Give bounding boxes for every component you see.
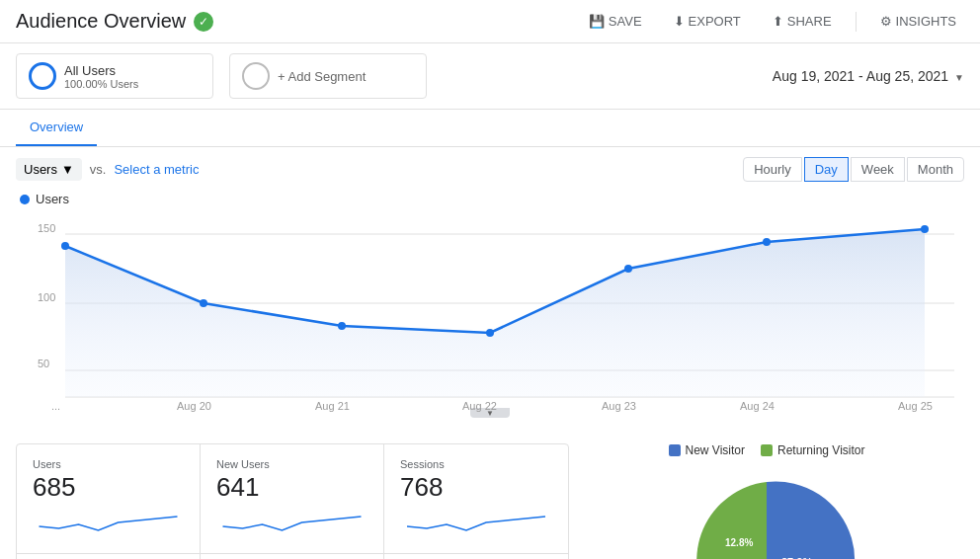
stat-new-users-value: 641 (216, 472, 368, 503)
data-point-4 (624, 265, 632, 273)
metric-label: Users (24, 162, 57, 177)
stats-section: Users 685 New Users 641 Sessions 768 Num… (0, 428, 980, 559)
header: Audience Overview 💾 SAVE ⬇ EXPORT ⬆ SHAR… (0, 0, 980, 43)
data-point-2 (338, 322, 346, 330)
x-label-aug22: Aug 22 (462, 400, 497, 412)
segment-name: All Users (64, 63, 138, 78)
stat-sessions-value: 768 (400, 472, 552, 503)
x-label-aug20: Aug 20 (177, 400, 211, 412)
pie-legend: New Visitor Returning Visitor (669, 443, 865, 457)
insights-button[interactable]: ⚙ INSIGHTS (872, 10, 964, 33)
y-label-150: 150 (38, 222, 55, 234)
month-button[interactable]: Month (907, 157, 964, 182)
x-label-aug23: Aug 23 (602, 400, 636, 412)
all-users-segment[interactable]: All Users 100.00% Users (16, 53, 213, 99)
pie-legend-returning-label: Returning Visitor (777, 443, 865, 457)
stats-grid: Users 685 New Users 641 Sessions 768 Num… (16, 443, 569, 559)
chart-container: 150 100 50 (16, 214, 964, 412)
chart-legend: Users (16, 192, 964, 206)
chevron-down-icon (954, 68, 964, 84)
header-right: 💾 SAVE ⬇ EXPORT ⬆ SHARE ⚙ INSIGHTS (581, 10, 964, 33)
verified-icon (194, 12, 213, 32)
select-metric-button[interactable]: Select a metric (114, 162, 199, 177)
date-range-text: Aug 19, 2021 - Aug 25, 2021 (773, 68, 948, 84)
segment-bar: All Users 100.00% Users + Add Segment Au… (0, 43, 980, 110)
save-button[interactable]: 💾 SAVE (581, 10, 650, 33)
vs-label: vs. (90, 162, 107, 177)
chart-fill (65, 229, 925, 397)
tab-bar: Overview (0, 110, 980, 147)
stat-sessions-per-user: Number of Sessions per User 1.12 (17, 554, 201, 559)
pie-returning-pct-label: 12.8% (725, 537, 753, 548)
y-label-100: 100 (38, 291, 55, 303)
stat-users-label: Users (33, 458, 184, 470)
y-label-50: 50 (38, 358, 49, 369)
data-point-5 (763, 238, 771, 246)
time-buttons: Hourly Day Week Month (743, 157, 964, 182)
stat-sessions: Sessions 768 (384, 444, 568, 554)
segment-circle (29, 62, 56, 90)
stat-pageviews: Pageviews 1,232 (201, 554, 384, 559)
sparkline-users (33, 507, 184, 536)
insights-icon: ⚙ (880, 14, 892, 29)
add-segment-circle (242, 62, 270, 90)
pie-container: 87.2% 12.8% (668, 467, 865, 559)
segment-pct: 100.00% Users (64, 78, 138, 90)
save-label: SAVE (609, 14, 642, 29)
stat-sessions-label: Sessions (400, 458, 552, 470)
dropdown-icon: ▼ (61, 162, 74, 177)
data-point-0 (61, 242, 69, 250)
pie-legend-returning-dot (761, 444, 773, 456)
x-label-aug24: Aug 24 (740, 400, 775, 412)
stat-users: Users 685 (17, 444, 201, 554)
stat-pages-per-session: Pages / Session 1.60 (384, 554, 568, 559)
metric-selector: Users ▼ vs. Select a metric (16, 158, 199, 181)
export-button[interactable]: ⬇ EXPORT (666, 10, 749, 33)
page-title: Audience Overview (16, 10, 186, 33)
pie-section: New Visitor Returning Visitor 87.2% (569, 443, 964, 559)
date-range-picker[interactable]: Aug 19, 2021 - Aug 25, 2021 (773, 68, 964, 84)
metric-dropdown[interactable]: Users ▼ (16, 158, 82, 181)
save-icon: 💾 (589, 14, 605, 29)
data-point-6 (921, 225, 929, 233)
pie-legend-new-label: New Visitor (686, 443, 745, 457)
pie-legend-returning: Returning Visitor (761, 443, 865, 457)
pie-legend-new-dot (669, 444, 681, 456)
x-label-aug25: Aug 25 (898, 400, 933, 412)
tab-overview[interactable]: Overview (16, 110, 97, 146)
sparkline-new-users (216, 507, 368, 536)
stat-new-users-label: New Users (216, 458, 368, 470)
stat-new-users: New Users 641 (201, 444, 384, 554)
insights-label: INSIGHTS (896, 14, 956, 29)
week-button[interactable]: Week (851, 157, 905, 182)
export-label: EXPORT (689, 14, 741, 29)
controls: Users ▼ vs. Select a metric Hourly Day W… (0, 147, 980, 192)
legend-dot (20, 195, 30, 204)
hourly-button[interactable]: Hourly (743, 157, 802, 182)
chart-svg: 150 100 50 (16, 214, 964, 412)
share-button[interactable]: ⬆ SHARE (765, 10, 840, 33)
chart-area: Users 150 100 50 (0, 192, 980, 428)
add-segment[interactable]: + Add Segment (229, 53, 427, 99)
x-label-dots: ... (51, 400, 60, 412)
header-left: Audience Overview (16, 10, 213, 33)
divider (856, 12, 857, 32)
legend-label: Users (36, 192, 69, 206)
segment-info: All Users 100.00% Users (64, 63, 138, 90)
pie-chart: 87.2% 12.8% (668, 467, 865, 559)
add-segment-label: + Add Segment (278, 69, 366, 84)
pie-legend-new: New Visitor (669, 443, 745, 457)
sparkline-sessions (400, 507, 552, 536)
data-point-1 (200, 299, 207, 307)
data-point-3 (486, 329, 494, 337)
stat-users-value: 685 (33, 472, 184, 503)
add-segment-label-wrap: + Add Segment (278, 69, 366, 84)
share-label: SHARE (787, 14, 832, 29)
export-icon: ⬇ (674, 14, 685, 29)
segment-left: All Users 100.00% Users + Add Segment (16, 53, 427, 99)
x-label-aug21: Aug 21 (315, 400, 350, 412)
day-button[interactable]: Day (804, 157, 849, 182)
share-icon: ⬆ (773, 14, 783, 29)
